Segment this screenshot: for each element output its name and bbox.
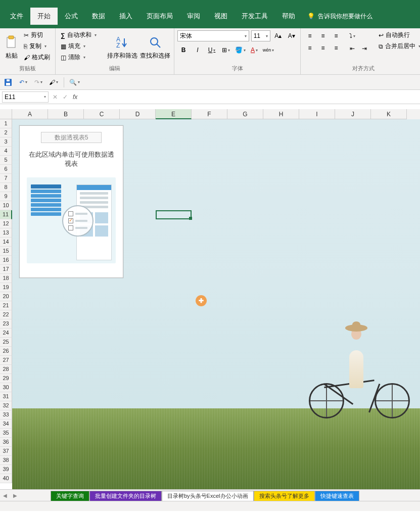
border-button[interactable]: ⊞ <box>220 44 232 56</box>
select-all-corner[interactable] <box>0 109 12 119</box>
save-button[interactable] <box>3 77 13 87</box>
col-header-D[interactable]: D <box>120 109 156 119</box>
col-header-H[interactable]: H <box>263 109 299 119</box>
row-header-30[interactable]: 30 <box>0 383 12 392</box>
font-color-button[interactable]: A <box>248 44 260 56</box>
row-header-3[interactable]: 3 <box>0 137 12 147</box>
align-right[interactable]: ≡ <box>330 42 342 54</box>
row-header-21[interactable]: 21 <box>0 301 12 310</box>
row-header-31[interactable]: 31 <box>0 392 12 401</box>
autosum-button[interactable]: ∑自动求和 <box>59 30 105 40</box>
menu-view[interactable]: 视图 <box>207 8 235 25</box>
name-box[interactable]: E11▾ <box>2 91 49 103</box>
menu-home[interactable]: 开始 <box>30 8 58 25</box>
merge-button[interactable]: ⧉合并后居中 <box>377 41 420 51</box>
sort-filter-button[interactable]: AZ 排序和筛选 <box>107 30 137 64</box>
row-header-25[interactable]: 25 <box>0 338 12 347</box>
tab-nav-prev[interactable]: ◀ <box>0 490 10 501</box>
enter-icon[interactable]: ✓ <box>63 94 68 101</box>
format-painter-button[interactable]: 🖌格式刷 <box>22 53 52 62</box>
wrap-text-button[interactable]: ↩自动换行 <box>377 30 420 40</box>
row-header-20[interactable]: 20 <box>0 292 12 301</box>
cells-area[interactable]: 数据透视表5 在此区域内单击可使用数据透视表 ✚ <box>12 119 420 489</box>
row-header-7[interactable]: 7 <box>0 174 12 183</box>
row-header-32[interactable]: 32 <box>0 401 12 410</box>
row-header-5[interactable]: 5 <box>0 156 12 165</box>
row-header-26[interactable]: 26 <box>0 347 12 356</box>
italic-button[interactable]: I <box>192 44 204 56</box>
row-header-23[interactable]: 23 <box>0 319 12 329</box>
row-header-22[interactable]: 22 <box>0 310 12 319</box>
font-name-select[interactable]: 宋体▾ <box>177 30 249 41</box>
row-header-15[interactable]: 15 <box>0 247 12 256</box>
row-header-9[interactable]: 9 <box>0 192 12 201</box>
col-header-K[interactable]: K <box>371 109 407 119</box>
row-header-34[interactable]: 34 <box>0 419 12 429</box>
row-header-16[interactable]: 16 <box>0 256 12 265</box>
row-header-4[interactable]: 4 <box>0 147 12 156</box>
row-header-8[interactable]: 8 <box>0 183 12 192</box>
qa-brush-button[interactable]: 🖌 <box>49 77 59 87</box>
bold-button[interactable]: B <box>177 44 190 56</box>
align-bottom[interactable]: ≡ <box>330 30 342 41</box>
fill-handle[interactable] <box>189 217 192 220</box>
col-header-B[interactable]: B <box>48 109 84 119</box>
menu-file[interactable]: 文件 <box>3 8 30 25</box>
tab-nav-next[interactable]: ▶ <box>10 490 20 501</box>
dec-indent-button[interactable]: ⇤ <box>346 43 358 54</box>
row-header-37[interactable]: 37 <box>0 447 12 456</box>
row-header-36[interactable]: 36 <box>0 438 12 447</box>
qa-zoom-button[interactable]: 🔍 <box>69 77 79 87</box>
row-header-33[interactable]: 33 <box>0 410 12 419</box>
row-header-19[interactable]: 19 <box>0 283 12 292</box>
row-header-24[interactable]: 24 <box>0 329 12 338</box>
tell-me[interactable]: 💡 告诉我你想要做什么 <box>307 12 372 21</box>
row-header-27[interactable]: 27 <box>0 356 12 365</box>
menu-dev[interactable]: 开发工具 <box>235 8 275 25</box>
pivot-table-placeholder[interactable]: 数据透视表5 在此区域内单击可使用数据透视表 <box>19 125 123 278</box>
inc-indent-button[interactable]: ⇥ <box>358 43 370 54</box>
menu-review[interactable]: 审阅 <box>180 8 207 25</box>
col-header-A[interactable]: A <box>12 109 48 119</box>
col-header-G[interactable]: G <box>227 109 263 119</box>
row-header-38[interactable]: 38 <box>0 456 12 465</box>
align-center[interactable]: ≡ <box>317 42 329 54</box>
sheet-tab-1[interactable]: 批量创建文件夹的目录树 <box>89 491 162 501</box>
row-header-1[interactable]: 1 <box>0 119 12 128</box>
menu-help[interactable]: 帮助 <box>275 8 302 25</box>
sheet-tab-0[interactable]: 关键字查询 <box>51 491 89 501</box>
redo-button[interactable]: ↷ <box>33 77 43 87</box>
row-header-35[interactable]: 35 <box>0 429 12 438</box>
sheet-tab-4[interactable]: 快捷键速查表 <box>315 491 359 501</box>
orientation-button[interactable]: ⤵ <box>346 30 358 41</box>
sheet-tab-2[interactable]: 目录树by头条号Excel办公小动画 <box>162 491 254 501</box>
phonetic-button[interactable]: wén <box>262 44 274 56</box>
menu-formulas[interactable]: 公式 <box>58 8 85 25</box>
underline-button[interactable]: U <box>206 44 218 56</box>
cancel-icon[interactable]: ✕ <box>53 94 58 101</box>
row-header-17[interactable]: 17 <box>0 265 12 274</box>
cut-button[interactable]: ✂剪切 <box>22 30 52 40</box>
row-header-14[interactable]: 14 <box>0 238 12 247</box>
shrink-font-button[interactable]: A▾ <box>286 30 297 41</box>
find-select-button[interactable]: 查找和选择 <box>140 30 171 64</box>
row-header-12[interactable]: 12 <box>0 219 12 228</box>
row-header-2[interactable]: 2 <box>0 128 12 137</box>
col-header-I[interactable]: I <box>299 109 335 119</box>
align-middle[interactable]: ≡ <box>317 30 329 41</box>
col-header-E[interactable]: E <box>156 109 192 119</box>
undo-button[interactable]: ↶ <box>18 77 28 87</box>
fill-button[interactable]: ▦填充 <box>59 41 105 51</box>
col-header-F[interactable]: F <box>192 109 227 119</box>
clear-button[interactable]: ◫清除 <box>59 53 105 62</box>
menu-layout[interactable]: 页面布局 <box>139 8 180 25</box>
row-header-29[interactable]: 29 <box>0 374 12 383</box>
menu-data[interactable]: 数据 <box>85 8 112 25</box>
grow-font-button[interactable]: A▴ <box>272 30 284 41</box>
row-header-6[interactable]: 6 <box>0 165 12 174</box>
menu-insert[interactable]: 插入 <box>112 8 139 25</box>
row-header-28[interactable]: 28 <box>0 365 12 374</box>
align-left[interactable]: ≡ <box>304 42 316 54</box>
row-header-10[interactable]: 10 <box>0 201 12 210</box>
row-header-13[interactable]: 13 <box>0 228 12 238</box>
